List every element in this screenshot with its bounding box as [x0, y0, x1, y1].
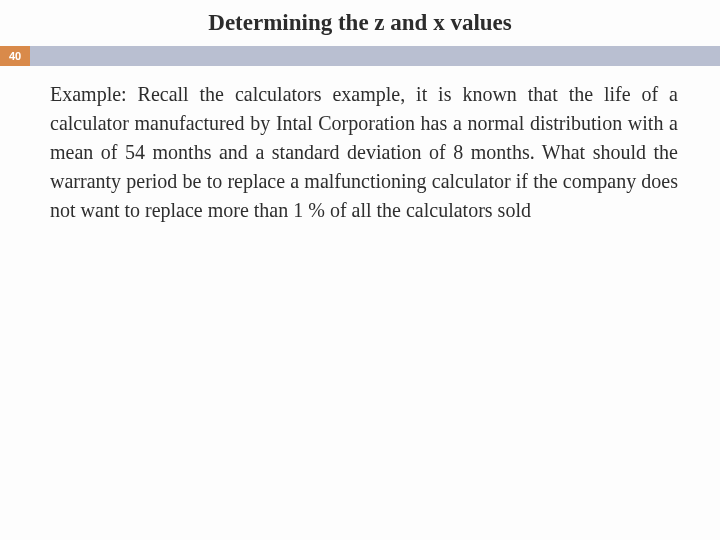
page-number-badge: 40	[0, 46, 30, 66]
slide-title: Determining the z and x values	[0, 0, 720, 42]
header-band: 40	[0, 46, 720, 66]
header-band-fill	[30, 46, 720, 66]
slide-body-text: Example: Recall the calculators example,…	[0, 66, 720, 225]
slide: Determining the z and x values 40 Exampl…	[0, 0, 720, 540]
